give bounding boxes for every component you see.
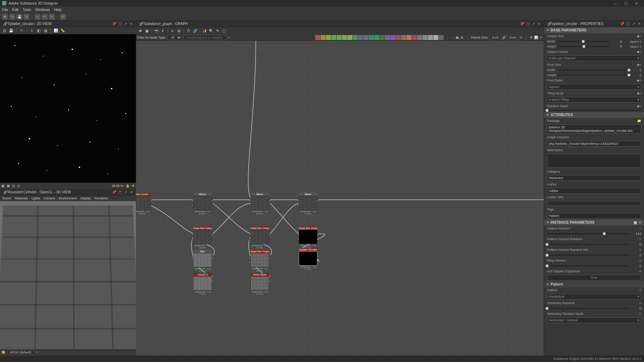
sym-mode-dropdown[interactable]: Horizontal + Vertical▾ bbox=[547, 317, 641, 323]
pattern-amount-slider[interactable] bbox=[547, 233, 629, 234]
node-autolevels[interactable]: Auto Levels 2048x2048 - L16 4.43ms bbox=[136, 193, 151, 215]
saveall-icon[interactable]: ⎘ bbox=[24, 14, 29, 20]
expose-icon[interactable]: ◆ bbox=[637, 34, 639, 38]
view3d-menu-scene[interactable]: Scene bbox=[2, 197, 11, 200]
grid-toggle-icon[interactable]: ▦ bbox=[456, 36, 459, 39]
swatch-1[interactable] bbox=[315, 35, 320, 40]
layout-icon[interactable]: ⊞ bbox=[176, 28, 182, 34]
save-icon[interactable]: 💾 bbox=[16, 14, 22, 20]
swatch-20[interactable] bbox=[417, 35, 422, 40]
pin-icon[interactable]: 📌 bbox=[112, 21, 117, 26]
view3d-menu-materials[interactable]: Materials bbox=[15, 197, 28, 200]
view3d-menu-renderer[interactable]: Renderer bbox=[94, 197, 108, 200]
tile-icon[interactable]: ▦ bbox=[43, 28, 48, 34]
menu-icon[interactable]: ≡ bbox=[639, 63, 641, 66]
align-icon[interactable]: ≡ bbox=[170, 28, 175, 34]
menu-icon[interactable]: ≡ bbox=[639, 104, 641, 108]
swatch-2[interactable] bbox=[321, 35, 326, 40]
gear-icon[interactable]: ⚙ bbox=[530, 36, 533, 39]
perf-icon[interactable]: 📊 bbox=[534, 36, 538, 39]
swatch-24[interactable] bbox=[439, 35, 444, 40]
info-icon[interactable]: ℹ bbox=[29, 28, 35, 34]
expose-icon[interactable]: ◆ bbox=[637, 79, 639, 82]
menu-icon[interactable]: ≡ bbox=[639, 50, 641, 54]
palette-icon[interactable]: 🎨 bbox=[1, 351, 5, 354]
snap-toggle-icon[interactable]: ⊞ bbox=[460, 36, 463, 39]
options-icon[interactable]: ⚙ bbox=[132, 184, 135, 188]
menu-file[interactable]: File bbox=[2, 8, 8, 12]
grid-icon[interactable]: ▦ bbox=[1, 184, 5, 188]
par-slider[interactable] bbox=[547, 244, 629, 245]
inst-icon1[interactable]: ▦ bbox=[634, 220, 637, 224]
parent-h[interactable]: 2048 bbox=[507, 35, 518, 40]
swatch-17[interactable] bbox=[401, 35, 406, 40]
random-seed-slider[interactable] bbox=[547, 110, 641, 111]
graph-canvas[interactable]: Auto Levels 2048x2048 - L16 4.43ms Blend… bbox=[136, 41, 544, 356]
menu-icon[interactable]: ≡ bbox=[639, 248, 641, 252]
node-splatter-circular[interactable]: Splatter Circular 2048x2048 - L16 6.17ms bbox=[299, 248, 317, 270]
box-icon[interactable]: ▢ bbox=[221, 28, 227, 34]
node-blend-2[interactable]: Blend 2048x2048 - L16 6.63ms bbox=[250, 193, 269, 215]
window-close-button[interactable]: ✕ bbox=[631, 0, 642, 6]
filter-text-input[interactable] bbox=[184, 35, 226, 40]
link-icon[interactable]: 🔗 bbox=[3, 21, 8, 26]
nav-icon[interactable]: ✥ bbox=[137, 28, 143, 34]
node-clouds[interactable]: Clouds 3 2048x2048 - L16 4.43ms bbox=[193, 273, 212, 295]
export-icon[interactable]: ↗ bbox=[35, 14, 40, 20]
view3d-menu-lights[interactable]: Lights bbox=[31, 197, 40, 200]
sym-slider[interactable] bbox=[547, 308, 629, 309]
ruler-icon[interactable]: 📏 bbox=[60, 28, 65, 34]
undo-icon[interactable]: ↶ bbox=[42, 14, 48, 20]
search-icon[interactable]: 🔍 bbox=[208, 28, 214, 34]
ring-slider[interactable] bbox=[547, 265, 629, 267]
node-slope-4[interactable]: Slope Blur Grayscale 2048x2048 - L16 16.… bbox=[250, 250, 269, 272]
redo-icon[interactable]: ↷ bbox=[49, 14, 55, 20]
swatch-12[interactable] bbox=[374, 35, 379, 40]
histogram-icon[interactable]: 📊 bbox=[53, 28, 59, 34]
menu-icon[interactable]: ≡ bbox=[639, 91, 641, 95]
window-minimize-button[interactable]: — bbox=[610, 0, 620, 6]
view3d-canvas[interactable] bbox=[0, 201, 136, 349]
menu-icon[interactable]: ≡ bbox=[639, 312, 641, 316]
view2d-canvas[interactable] bbox=[0, 34, 136, 183]
highlight-icon[interactable]: ✨ bbox=[202, 28, 208, 34]
swatch-4[interactable] bbox=[331, 35, 336, 40]
swatch-9[interactable] bbox=[358, 35, 363, 40]
expose-icon[interactable]: ◆ bbox=[637, 91, 639, 95]
gridb-icon[interactable]: ▦ bbox=[7, 184, 10, 188]
timing-icon[interactable]: ⏱ bbox=[186, 28, 191, 34]
node-blend-3[interactable]: Blend 2048x2048 - L16 7.03ms bbox=[299, 193, 317, 215]
closeg-icon[interactable]: ✕ bbox=[537, 21, 542, 26]
maximize-icon[interactable]: ▢ bbox=[117, 21, 122, 26]
menu-icon[interactable]: ≡ bbox=[639, 227, 641, 230]
node-slope-3[interactable]: Slope Blur Grayscale 2048x2048 - L16 6.1… bbox=[299, 227, 317, 249]
menu-tools[interactable]: Tools bbox=[23, 8, 31, 12]
pixel-ratio-dropdown[interactable]: Square▾ bbox=[547, 84, 641, 90]
section-instance[interactable]: ▾INSTANCE PARAMETERS▦≡ bbox=[544, 219, 644, 225]
menu-icon[interactable]: ≡ bbox=[639, 269, 641, 273]
popg-icon[interactable]: ↗ bbox=[531, 21, 536, 26]
filter-type-select[interactable]: All bbox=[167, 35, 182, 40]
menu-icon[interactable]: ≡ bbox=[639, 237, 641, 241]
swatch-3[interactable] bbox=[326, 35, 331, 40]
copy2d-icon[interactable]: ⎘ bbox=[19, 28, 24, 34]
link-size-icon[interactable]: 🔗 bbox=[502, 36, 506, 39]
section-base[interactable]: ▾BASE PARAMETERS bbox=[544, 27, 644, 33]
maxg-icon[interactable]: ▢ bbox=[525, 21, 530, 26]
colorspace-label[interactable]: sRGB (default) bbox=[8, 350, 34, 355]
menu-icon[interactable]: ≡ bbox=[639, 301, 641, 305]
node-slope-1[interactable]: Slope Blur Grayscale 2048x2048 - L16 18.… bbox=[193, 227, 212, 249]
close-icon[interactable]: ✕ bbox=[129, 21, 134, 26]
flow-icon[interactable]: → bbox=[451, 36, 454, 39]
swatch-18[interactable] bbox=[406, 35, 411, 40]
window-maximize-button[interactable]: ▢ bbox=[620, 0, 631, 6]
pop3d-icon[interactable]: ↗ bbox=[123, 189, 128, 194]
node-perlin[interactable]: Perlin Noise 2048x2048 - L16 6.77ms bbox=[250, 273, 269, 295]
linkp-icon[interactable]: 🔗 bbox=[547, 21, 552, 26]
menu-help[interactable]: Help bbox=[54, 8, 62, 12]
description-field[interactable] bbox=[547, 154, 641, 168]
link3d-icon[interactable]: 🔗 bbox=[3, 189, 8, 194]
maxp-icon[interactable]: ▢ bbox=[625, 21, 630, 26]
popp-icon[interactable]: ↗ bbox=[631, 21, 636, 26]
swatch-7[interactable] bbox=[347, 35, 352, 40]
